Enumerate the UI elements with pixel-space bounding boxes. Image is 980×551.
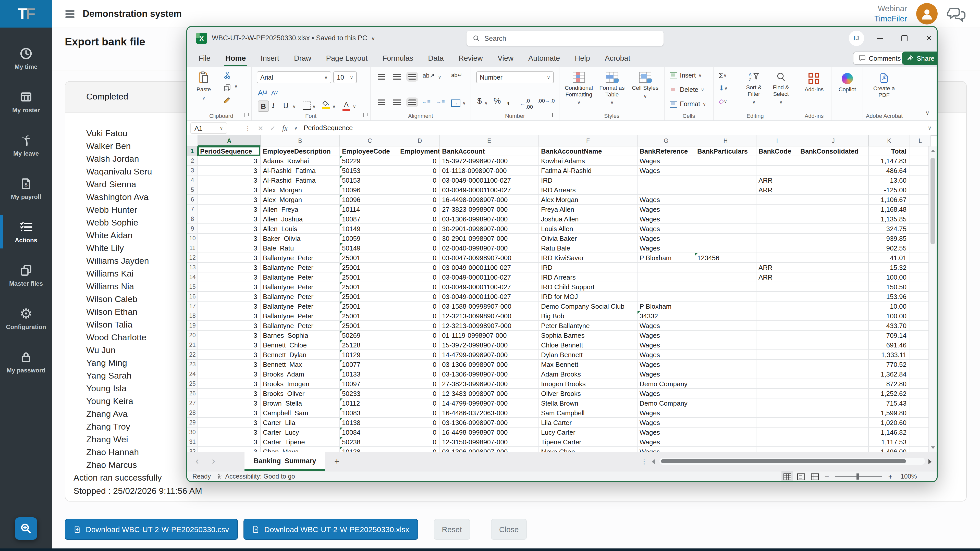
grid-cell[interactable]: Wages [638,321,695,330]
increase-font-icon[interactable]: Aᵚ [258,88,267,97]
grid-cell[interactable]: 3 [198,166,261,176]
grid-cell[interactable]: IRD [539,176,638,185]
grid-cell[interactable]: 3 [198,243,261,253]
grid-cell[interactable]: 691.46 [869,340,910,350]
grid-cell[interactable]: 14-4799-0998907-000 [440,399,539,408]
increase-decimal-icon[interactable]: ←.0.00 [520,97,533,110]
grid-cell[interactable] [638,176,695,185]
grid-cell[interactable]: Ballantyne Peter [261,321,340,330]
row-number[interactable]: 26 [187,389,198,399]
comma-style-button[interactable]: , [507,94,510,106]
grid-cell[interactable] [910,195,931,205]
find-select-button[interactable]: Find & Select∨ [769,72,793,105]
grid-cell[interactable]: Al-Rashid Fatima [261,166,340,176]
grid-cell[interactable]: Carter Lila [261,418,340,427]
grid-cell[interactable] [798,399,869,408]
align-bottom-icon[interactable] [408,74,416,79]
grid-cell[interactable] [910,185,931,195]
grid-cell[interactable]: EmployeeCode [340,146,400,156]
grid-cell[interactable]: 15.32 [869,263,910,272]
grid-cell[interactable]: 3 [198,263,261,272]
grid-cell[interactable]: 10087 [340,214,400,224]
grid-cell[interactable]: 10077 [340,360,400,369]
grid-cell[interactable]: 0 [400,311,440,321]
timefiler-link[interactable]: TimeFiler [874,14,907,24]
column-header-A[interactable]: A [198,135,261,146]
grid-cell[interactable]: IRD for MOJ [539,292,638,302]
grid-cell[interactable] [638,272,695,282]
grid-cell[interactable]: 0 [400,302,440,311]
row-number[interactable]: 14 [187,272,198,282]
prev-sheet-icon[interactable]: ‹ [196,452,199,471]
number-dialog-launcher[interactable] [552,113,556,118]
grid-cell[interactable] [910,176,931,185]
grid-cell[interactable]: 3 [198,195,261,205]
grid-cell[interactable]: Wages [638,340,695,350]
cancel-formula-icon[interactable]: ✕ [258,124,263,132]
grid-cell[interactable]: 0 [400,292,440,302]
grid-cell[interactable] [695,330,756,340]
grid-cell[interactable]: 25001 [340,321,400,330]
grid-cell[interactable]: 0 [400,447,440,452]
grid-cell[interactable]: ARR [756,263,798,272]
insert-cells-button[interactable]: Insert∨ [670,72,702,79]
grid-cell[interactable]: Ballantyne Peter [261,311,340,321]
horizontal-scroll-thumb[interactable] [661,459,906,463]
wrap-text-icon[interactable]: ab↵ [451,72,462,79]
grid-cell[interactable] [798,408,869,418]
accept-formula-icon[interactable]: ✓ [270,124,275,132]
grid-cell[interactable]: 25001 [340,263,400,272]
grid-cell[interactable]: 0 [400,360,440,369]
grid-cell[interactable] [695,185,756,195]
tab-page-layout[interactable]: Page Layout [325,51,369,65]
grid-cell[interactable]: 1,362.84 [869,369,910,379]
grid-cell[interactable]: 3 [198,330,261,340]
grid-cell[interactable]: 3 [198,224,261,233]
grid-cell[interactable]: 50153 [340,166,400,176]
grid-cell[interactable] [798,437,869,447]
grid-cell[interactable]: 10133 [340,369,400,379]
grid-cell[interactable]: 150.50 [869,282,910,292]
grid-cell[interactable]: 0 [400,321,440,330]
grid-cell[interactable] [695,399,756,408]
insert-function-icon[interactable]: fx [282,124,288,132]
grid-cell[interactable]: 15-3972-0998907-000 [440,156,539,166]
row-number[interactable]: 6 [187,195,198,205]
grid-cell[interactable]: 1,599.80 [869,408,910,418]
grid-cell[interactable] [756,418,798,427]
grid-cell[interactable]: P Bloxham [638,302,695,311]
grid-cell[interactable] [910,253,931,263]
grid-cell[interactable] [695,418,756,427]
align-left-icon[interactable] [378,100,385,105]
sidebar-item-configuration[interactable]: ⚙Configuration [0,297,52,340]
grid-cell[interactable] [910,437,931,447]
grid-cell[interactable]: Bennett Max [261,360,340,369]
grid-cell[interactable] [756,282,798,292]
grid-cell[interactable]: IRD Arrears [539,272,638,282]
grid-cell[interactable]: IRD KiwiSaver [539,253,638,263]
grid-cell[interactable]: BankReference [638,146,695,156]
grid-cell[interactable]: 25128 [340,340,400,350]
webinar-label[interactable]: Webinar [874,3,907,14]
row-number[interactable]: 8 [187,214,198,224]
grid-cell[interactable]: 1,135.85 [869,214,910,224]
grid-cell[interactable]: 03-1306-0998907-000 [440,369,539,379]
grid-cell[interactable]: Freya Allen [539,205,638,214]
grid-cell[interactable]: 14-4799-0998907-000 [440,350,539,360]
grid-cell[interactable] [638,292,695,302]
grid-cell[interactable]: Wages [638,360,695,369]
grid-cell[interactable]: 10097 [340,379,400,389]
grid-cell[interactable]: Demo Company [638,399,695,408]
grid-cell[interactable] [695,292,756,302]
grid-cell[interactable] [910,272,931,282]
grid-cell[interactable] [798,156,869,166]
grid-cell[interactable] [695,214,756,224]
grid-cell[interactable]: 03-1588-00998907-000 [440,302,539,311]
zoom-slider[interactable] [835,476,882,477]
timefiler-logo[interactable]: TF [0,0,52,27]
grid-cell[interactable]: 10083 [340,408,400,418]
align-middle-icon[interactable] [393,74,401,79]
column-header-B[interactable]: B [261,135,340,146]
grid-cell[interactable] [756,340,798,350]
grid-cell[interactable] [756,224,798,233]
